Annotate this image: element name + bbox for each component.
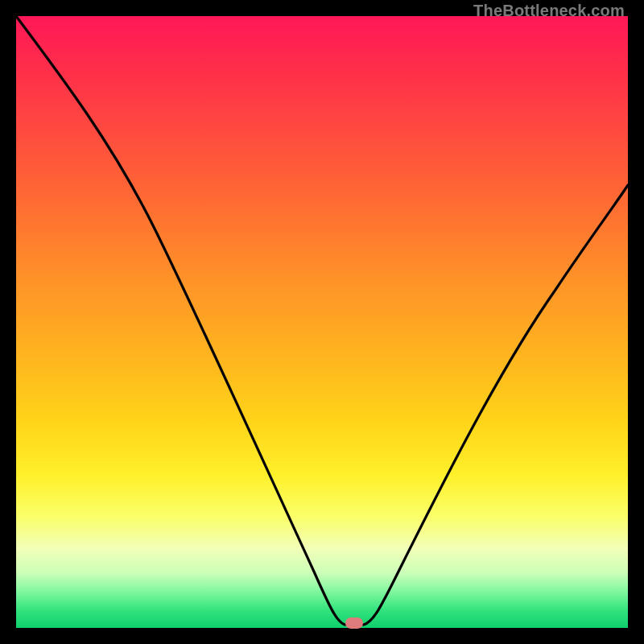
curve-svg xyxy=(16,16,628,628)
plot-area xyxy=(16,16,628,628)
chart-frame: TheBottleneck.com xyxy=(0,0,644,644)
optimal-marker xyxy=(345,617,363,629)
bottleneck-curve xyxy=(16,16,628,625)
